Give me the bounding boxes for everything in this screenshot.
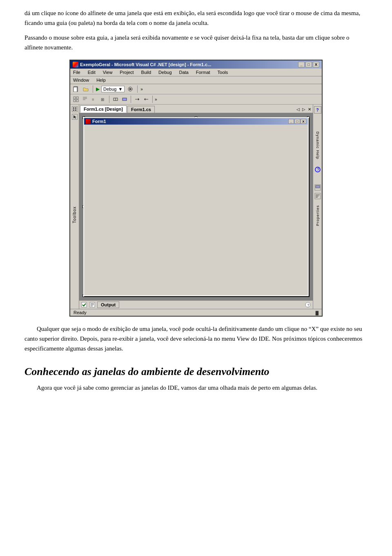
tb2-5[interactable] bbox=[111, 95, 120, 103]
toolbox-cursor-icon[interactable] bbox=[72, 114, 78, 120]
toolbar-new[interactable] bbox=[72, 85, 80, 93]
svg-text:?: ? bbox=[317, 167, 319, 172]
ide-designer[interactable]: Form1 _ □ X bbox=[79, 113, 313, 300]
section-heading: Conhecendo as janelas do ambiente de des… bbox=[24, 365, 368, 379]
right-icon-3[interactable] bbox=[314, 192, 321, 200]
tb2-3[interactable]: ≡ bbox=[90, 95, 98, 103]
play-icon[interactable]: ▶ bbox=[96, 86, 100, 92]
svg-rect-14 bbox=[122, 98, 127, 100]
svg-text:≡: ≡ bbox=[92, 97, 94, 102]
minimize-button[interactable]: _ bbox=[298, 62, 305, 67]
form1-window: Form1 _ □ X bbox=[83, 117, 309, 296]
status-ready: Ready bbox=[74, 310, 87, 315]
toolbar-separator1 bbox=[93, 85, 93, 93]
toolbar-separator2 bbox=[137, 85, 138, 93]
ide-right-panel: ? Dynamic Help ? Properties bbox=[313, 105, 322, 309]
ide-toolbar1: ▶ Debug ▼ » bbox=[70, 84, 322, 94]
ide-titlebar: ExemploGeral - Microsoft Visual C# .NET … bbox=[70, 60, 322, 69]
ide-content: Toolbox Form1.cs [Design] Form1.cs ◁ ▷ ✕ bbox=[70, 105, 322, 309]
svg-marker-23 bbox=[74, 115, 76, 119]
right-question-btn[interactable]: ? bbox=[314, 106, 321, 114]
menu-build[interactable]: Build bbox=[140, 69, 152, 75]
vs-icon bbox=[73, 62, 78, 67]
right-icon-1[interactable]: ? bbox=[314, 166, 321, 173]
svg-rect-24 bbox=[82, 302, 87, 307]
output-info-icon[interactable]: ? bbox=[305, 301, 311, 308]
ide-menubar2: Window Help bbox=[70, 76, 322, 84]
tb2-6[interactable] bbox=[120, 95, 129, 103]
tab-next[interactable]: ▷ bbox=[301, 107, 306, 112]
toolbar-open[interactable] bbox=[82, 85, 90, 93]
menu-help[interactable]: Help bbox=[95, 77, 107, 83]
ide-title: ExemploGeral - Microsoft Visual C# .NET … bbox=[80, 62, 211, 67]
svg-marker-17 bbox=[144, 98, 145, 100]
toolbox-top-icon[interactable] bbox=[72, 106, 78, 112]
dropdown-arrow: ▼ bbox=[118, 87, 122, 92]
debug-dropdown[interactable]: Debug ▼ bbox=[101, 86, 125, 92]
ide-center: Form1.cs [Design] Form1.cs ◁ ▷ ✕ bbox=[79, 105, 313, 309]
paragraph1: dá um clique no ícone do alfinete de uma… bbox=[24, 8, 368, 28]
paragraph2: Passando o mouse sobre esta guia, a jane… bbox=[24, 33, 368, 52]
menu-edit[interactable]: Edit bbox=[87, 69, 97, 75]
form1-close[interactable]: X bbox=[301, 119, 306, 124]
svg-rect-6 bbox=[76, 100, 78, 102]
svg-text:⊞: ⊞ bbox=[101, 97, 104, 102]
form1-title: Form1 bbox=[92, 119, 106, 124]
svg-rect-19 bbox=[73, 107, 74, 109]
form1-restore[interactable]: □ bbox=[294, 119, 300, 124]
ide-body: Toolbox Form1.cs [Design] Form1.cs ◁ ▷ ✕ bbox=[70, 105, 322, 316]
tb2-8[interactable] bbox=[142, 95, 150, 103]
tab-code[interactable]: Form1.cs bbox=[127, 106, 155, 113]
debug-label: Debug bbox=[103, 87, 116, 92]
svg-rect-5 bbox=[74, 100, 76, 102]
svg-rect-34 bbox=[316, 185, 320, 188]
menu-tools[interactable]: Tools bbox=[216, 69, 229, 75]
ide-tabbar: Form1.cs [Design] Form1.cs ◁ ▷ ✕ bbox=[79, 105, 313, 113]
menu-format[interactable]: Format bbox=[195, 69, 212, 75]
menu-window[interactable]: Window bbox=[72, 77, 90, 83]
svg-rect-20 bbox=[75, 107, 76, 109]
tab-design[interactable]: Form1.cs [Design] bbox=[80, 105, 127, 113]
tb2-7[interactable] bbox=[133, 95, 141, 103]
svg-text:?: ? bbox=[307, 303, 310, 307]
paragraph3: Qualquer que seja o modo de exibição de … bbox=[24, 324, 368, 353]
status-right: ▓ bbox=[316, 310, 318, 315]
ide-menubar: File Edit View Project Build Debug Data … bbox=[70, 69, 322, 76]
toolbar2-sep2 bbox=[131, 96, 131, 103]
ide-screenshot: ExemploGeral - Microsoft Visual C# .NET … bbox=[69, 60, 323, 317]
tb2-2[interactable] bbox=[81, 95, 89, 103]
menu-view[interactable]: View bbox=[102, 69, 114, 75]
form1-btns: _ □ X bbox=[288, 119, 306, 124]
tab-prev[interactable]: ◁ bbox=[296, 107, 301, 112]
form1-minimize[interactable]: _ bbox=[288, 119, 294, 124]
paragraph4: Agora que você já sabe como gerenciar as… bbox=[24, 383, 368, 393]
toolbar-run[interactable] bbox=[126, 85, 134, 93]
output-tab[interactable]: Output bbox=[97, 301, 119, 308]
form1-icon bbox=[86, 119, 91, 124]
svg-rect-21 bbox=[73, 109, 74, 111]
menu-project[interactable]: Project bbox=[118, 69, 135, 75]
toolbar2-more[interactable]: » bbox=[155, 97, 157, 102]
tab-nav: ◁ ▷ ✕ bbox=[296, 107, 312, 112]
restore-button[interactable]: □ bbox=[305, 62, 312, 67]
output-check-icon[interactable] bbox=[81, 301, 87, 308]
toolbox-label: Toolbox bbox=[72, 206, 77, 223]
menu-file[interactable]: File bbox=[72, 69, 82, 75]
tb2-1[interactable] bbox=[72, 95, 80, 103]
form1-titlebar: Form1 _ □ X bbox=[84, 118, 308, 125]
ide-titlebar-buttons: _ □ X bbox=[298, 62, 319, 67]
tab-close[interactable]: ✕ bbox=[307, 107, 312, 112]
menu-debug[interactable]: Debug bbox=[157, 69, 173, 75]
right-icon-2[interactable] bbox=[314, 184, 321, 191]
close-button[interactable]: X bbox=[313, 62, 319, 67]
svg-rect-4 bbox=[76, 97, 78, 99]
ide-bottom: Output ? bbox=[79, 300, 313, 309]
toolbar2-sep1 bbox=[109, 96, 109, 103]
toolbar-more[interactable]: » bbox=[140, 87, 143, 92]
ide-titlebar-left: ExemploGeral - Microsoft Visual C# .NET … bbox=[73, 62, 211, 67]
svg-rect-1 bbox=[74, 87, 77, 92]
tb2-4[interactable]: ⊞ bbox=[99, 95, 107, 103]
toolbar2-sep3 bbox=[152, 96, 153, 103]
output-list-icon[interactable] bbox=[89, 301, 96, 308]
menu-data[interactable]: Data bbox=[178, 69, 190, 75]
